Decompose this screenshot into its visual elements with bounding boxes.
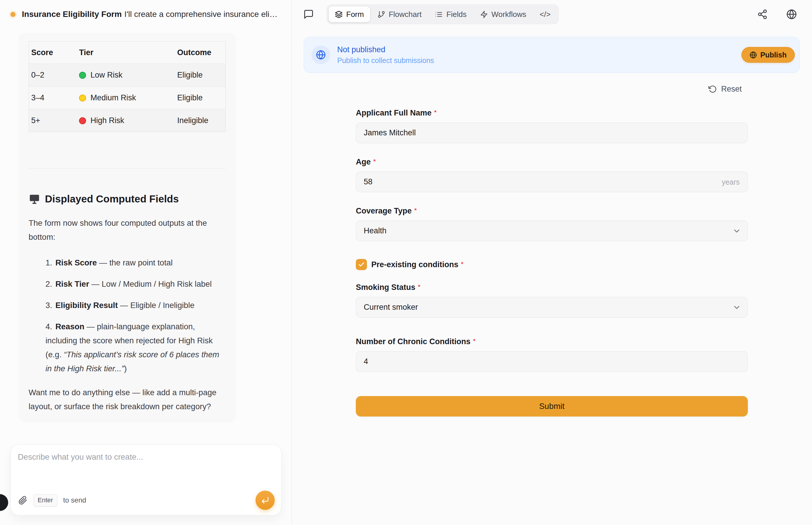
field-applicant-full-name: Applicant Full Name*	[356, 108, 748, 143]
rotate-ccw-icon	[708, 85, 717, 93]
globe-icon	[786, 9, 797, 19]
share-icon	[757, 9, 768, 19]
age-input[interactable]	[356, 171, 748, 192]
message-divider	[29, 168, 226, 169]
chat-title: Insurance Eligibility FormI'll create a …	[22, 10, 281, 19]
risk-table-header-row: Score Tier Outcome	[29, 42, 226, 64]
section-heading-text: Displayed Computed Fields	[45, 193, 179, 205]
table-row: 5+ High Risk Ineligible	[29, 109, 226, 132]
list-item: 2.Risk Tier — Low / Medium / High Risk l…	[45, 277, 226, 291]
field-smoking-status: Smoking Status* Current smoker	[356, 283, 748, 318]
pre-existing-conditions-checkbox[interactable]	[356, 259, 367, 270]
return-arrow-icon	[261, 496, 270, 505]
field-pre-existing-conditions: Pre-existing conditions*	[356, 259, 748, 270]
table-row: 3–4 Medium Risk Eligible	[29, 87, 226, 109]
list-item: 3.Eligibility Result — Eligible / Inelig…	[45, 298, 226, 312]
list-item: 1.Risk Score — the raw point total	[45, 256, 226, 270]
banner-globe-chip	[312, 45, 330, 64]
field-coverage-type: Coverage Type* Health	[356, 207, 748, 241]
publish-button[interactable]: Publish	[741, 47, 795, 63]
red-dot-icon	[79, 117, 86, 124]
green-dot-icon	[79, 72, 86, 79]
submit-button[interactable]: Submit	[356, 396, 748, 417]
list-item: 4.Reason — plain-language explanation, i…	[45, 320, 226, 376]
chat-toggle-button[interactable]	[300, 6, 317, 22]
tier-label: Low Risk	[90, 71, 122, 79]
reset-button[interactable]: Reset	[708, 85, 742, 94]
outcome-cell: Ineligible	[175, 109, 226, 132]
field-label: Number of Chronic Conditions*	[356, 337, 748, 346]
checkbox-label: Pre-existing conditions*	[371, 260, 464, 269]
tier-label: Medium Risk	[90, 93, 136, 102]
smoking-status-select[interactable]: Current smoker	[356, 297, 748, 318]
enter-key-badge: Enter	[33, 494, 58, 506]
section-heading: Displayed Computed Fields	[29, 193, 179, 205]
send-button[interactable]	[256, 491, 275, 510]
globe-icon	[316, 50, 326, 60]
select-value: Current smoker	[364, 303, 418, 312]
chevron-down-icon	[732, 303, 741, 312]
share-button[interactable]	[754, 6, 771, 22]
tier-cell: High Risk	[77, 109, 175, 132]
composer-toolbar: Enter to send	[18, 491, 275, 510]
globe-icon	[750, 51, 757, 59]
required-asterisk: *	[434, 109, 437, 116]
computed-fields-list: 1.Risk Score — the raw point total 2.Ris…	[45, 256, 226, 383]
attachment-button[interactable]	[18, 496, 27, 505]
toolbar-right	[754, 6, 800, 22]
field-label: Applicant Full Name*	[356, 108, 748, 118]
layers-icon	[335, 11, 343, 18]
outcome-cell: Eligible	[175, 64, 226, 87]
applicant-name-input[interactable]	[356, 122, 748, 143]
risk-table: Score Tier Outcome 0–2 Low Risk Eligible…	[29, 41, 226, 132]
paperclip-icon	[18, 496, 27, 505]
field-age: Age* years	[356, 158, 748, 192]
outcome-cell: Eligible	[175, 87, 226, 109]
chat-title-preview: I'll create a comprehensive insurance el…	[124, 10, 281, 19]
status-dot	[11, 12, 15, 17]
section-outro: Want me to do anything else — like add a…	[29, 386, 222, 414]
field-label: Smoking Status*	[356, 283, 748, 292]
score-cell: 5+	[29, 109, 77, 132]
message-square-icon	[303, 9, 314, 19]
select-value: Health	[364, 226, 387, 235]
chat-composer: Enter to send	[11, 445, 282, 515]
required-asterisk: *	[415, 207, 417, 214]
chronic-conditions-input[interactable]	[356, 351, 748, 372]
yellow-dot-icon	[79, 94, 86, 102]
score-cell: 3–4	[29, 87, 77, 109]
globe-button[interactable]	[783, 6, 800, 22]
monitor-icon	[29, 193, 40, 205]
coverage-type-select[interactable]: Health	[356, 221, 748, 241]
chat-input[interactable]	[18, 452, 274, 484]
required-asterisk: *	[461, 260, 464, 268]
field-chronic-conditions: Number of Chronic Conditions*	[356, 337, 748, 372]
tier-cell: Low Risk	[77, 64, 175, 87]
chat-title-name: Insurance Eligibility Form	[22, 10, 122, 19]
field-label: Coverage Type*	[356, 207, 748, 215]
form-preview: Reset Applicant Full Name* Age* years C	[356, 0, 748, 525]
tier-label: High Risk	[90, 116, 124, 125]
chat-panel: Insurance Eligibility FormI'll create a …	[0, 0, 292, 525]
send-hint: to send	[63, 496, 86, 504]
chevron-down-icon	[732, 227, 741, 235]
tier-cell: Medium Risk	[77, 87, 175, 109]
field-label: Age*	[356, 158, 748, 167]
check-icon	[358, 261, 365, 268]
corner-widget-button[interactable]	[0, 494, 8, 511]
section-intro: The form now shows four computed outputs…	[29, 216, 222, 244]
score-cell: 0–2	[29, 64, 77, 87]
table-row: 0–2 Low Risk Eligible	[29, 64, 226, 87]
required-asterisk: *	[418, 283, 420, 290]
column-header-tier: Tier	[77, 42, 175, 64]
required-asterisk: *	[373, 158, 376, 165]
required-asterisk: *	[473, 338, 476, 344]
preview-panel: Form Flowchart Fields Workflows </>	[292, 0, 812, 525]
chat-header: Insurance Eligibility FormI'll create a …	[0, 0, 291, 29]
column-header-score: Score	[29, 42, 77, 64]
column-header-outcome: Outcome	[175, 42, 226, 64]
